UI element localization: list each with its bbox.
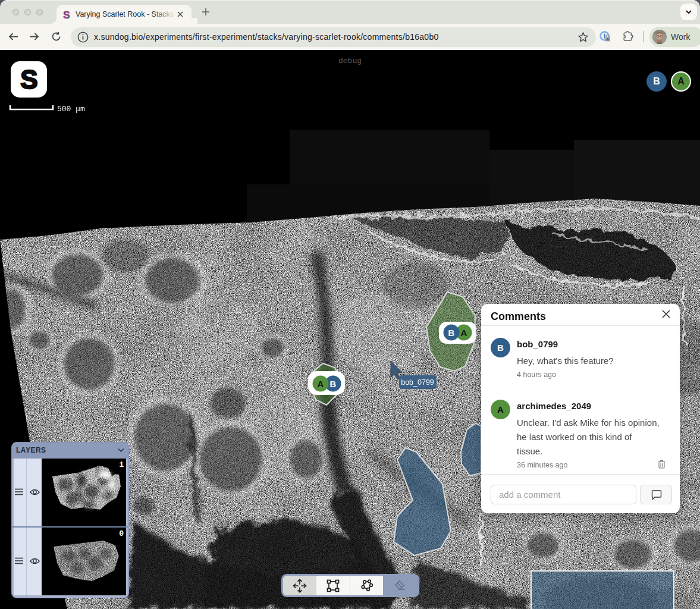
svg-text:A: A: [318, 379, 324, 389]
svg-text:B: B: [330, 379, 337, 389]
svg-text:B: B: [448, 328, 455, 338]
svg-text:A: A: [461, 328, 467, 338]
svg-text:S: S: [20, 65, 37, 94]
svg-text:bob_0799: bob_0799: [401, 378, 434, 387]
svg-text:S: S: [63, 10, 70, 19]
